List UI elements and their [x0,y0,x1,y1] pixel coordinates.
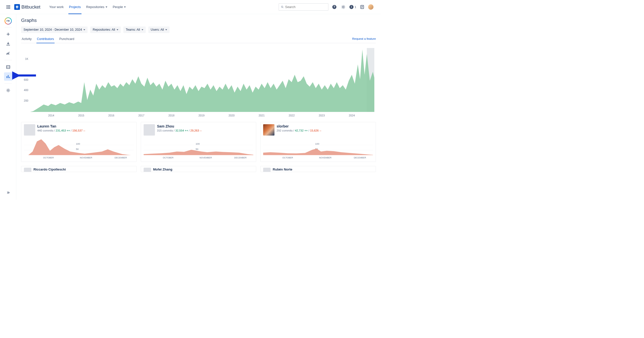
contributor-chart: 100 50 OCTOBER NOVEMBER DECEMBER [24,137,134,161]
project-badge-label: FB [5,18,11,24]
additions: 231,453 ++ [56,129,70,132]
tab-punchcard[interactable]: Punchcard [59,37,75,43]
x-tick: 2024 [349,114,355,117]
contributor-name[interactable]: Lauren Tan [37,124,85,129]
app-switcher-icon[interactable] [5,4,11,10]
contributor-card: Lauren Tan 440 commits / 231,453 ++ / 15… [21,122,137,162]
nav-repositories[interactable]: Repositories [86,0,108,14]
x-tick: 2021 [259,114,265,117]
tab-contributors[interactable]: Contributors [36,37,55,43]
tabs: Activity Contributors Punchcard Request … [21,37,376,43]
brand-link[interactable]: Bitbucket [14,4,40,10]
filter-teams[interactable]: Teams: All [124,26,146,33]
sidebar-settings[interactable] [4,86,12,95]
y-tick: 1K [25,57,28,60]
settings-button[interactable] [340,4,346,10]
brand-text: Bitbucket [21,4,40,10]
contributor-card: Riccardo Cipolleschi [21,166,137,172]
plus-icon [6,32,10,36]
contributor-card: Rubén Norte [260,166,376,172]
contributor-name[interactable]: Riccardo Cipolleschi [33,168,66,172]
chevron-down-icon [141,29,143,30]
bitbucket-logo-icon [14,4,20,10]
bar-chart-icon [6,74,10,79]
x-tick: 2017 [138,114,144,117]
contributor-name[interactable]: Rubén Norte [273,168,292,172]
contributor-grid-row2: Riccardo Cipolleschi Mofei Zhang Rubén N… [21,166,376,172]
tab-activity[interactable]: Activity [21,37,32,43]
additions: 42,732 ++ [295,129,308,132]
x-tick: DECEMBER [234,156,247,159]
y-tick: 100 [315,142,319,145]
document-icon [360,5,365,9]
contributor-name[interactable]: Mofei Zhang [153,168,173,172]
avatar [24,168,31,172]
nav-your-work[interactable]: Your work [49,0,64,14]
avatar [263,168,271,172]
svg-point-4 [343,6,344,8]
info-icon: i [349,5,354,9]
deletions: 15,626 -- [310,129,321,132]
chevron-down-icon [124,7,126,8]
sidebar-graphs[interactable] [4,72,12,81]
x-tick: 2019 [198,114,205,117]
filter-repositories[interactable]: Repositories: All [90,26,121,33]
x-tick: OCTOBER [43,156,54,159]
y-tick: 100 [76,142,80,145]
nav-people[interactable]: People [112,0,127,14]
x-tick: OCTOBER [283,156,293,159]
x-tick: 2014 [48,114,54,117]
contributor-card: slorber 292 commits / 42,732 ++ / 15,626… [260,122,376,162]
x-tick: DECEMBER [115,156,127,159]
chevron-down-icon [106,7,107,8]
deletions: 29,263 -- [190,129,202,132]
chevrons-right-icon [6,191,10,194]
y-tick: 50 [195,148,198,150]
contributor-name[interactable]: slorber [276,124,321,129]
filter-teams-label: Teams: All [126,28,140,31]
filter-date-range[interactable]: September 10, 2024 - December 10, 2024 [21,26,88,33]
sidebar-download[interactable] [4,39,12,48]
code-icon [6,65,10,69]
contributor-chart: 100 50 OCTOBER NOVEMBER DECEMBER [144,137,254,161]
filter-date-label: September 10, 2024 - December 10, 2024 [23,28,82,31]
commit-count: 292 commits [276,129,293,132]
nav-people-label: People [113,5,123,9]
info-button[interactable]: i 1 [349,5,356,9]
sidebar-create[interactable] [4,30,12,38]
x-tick: NOVEMBER [80,156,92,159]
search-input[interactable] [278,3,328,11]
whats-new-button[interactable] [359,4,365,10]
contributor-name[interactable]: Sam Zhou [157,124,202,129]
additions: 32,554 ++ [175,129,188,132]
svg-line-1 [283,7,284,8]
x-tick: 2015 [78,114,84,117]
sidebar-expand[interactable] [4,188,12,197]
filter-repos-label: Repositories: All [93,28,115,31]
x-tick: NOVEMBER [319,156,332,159]
sidebar-insights[interactable] [4,49,12,57]
main-nav: Your work Projects Repositories People [49,0,126,14]
search-field[interactable] [285,5,326,9]
request-feature-link[interactable]: Request a feature [352,37,376,43]
avatar [24,124,35,136]
overview-chart[interactable]: 1K 600 400 200 2014 2015 2016 2017 2018 … [21,45,376,119]
user-avatar[interactable] [368,4,373,10]
x-tick: 2018 [168,114,174,117]
contributor-stats: 440 commits / 231,453 ++ / 156,537 -- [37,129,85,132]
chevron-down-icon [116,29,118,30]
sidebar-source[interactable] [4,63,12,71]
y-tick: 400 [24,89,28,92]
avatar [263,124,274,136]
x-tick: 2020 [228,114,234,117]
help-button[interactable]: ? [331,4,337,10]
filter-users[interactable]: Users: All [148,26,170,33]
svg-text:?: ? [334,5,335,8]
area-series [30,50,374,112]
project-badge[interactable]: FB [5,17,12,24]
contributor-card: Sam Zhou 315 commits / 32,554 ++ / 29,26… [141,122,256,162]
chevron-down-icon [84,29,85,30]
gear-icon [341,5,346,9]
nav-projects[interactable]: Projects [68,0,82,14]
contributor-card: Mofei Zhang [141,166,256,172]
